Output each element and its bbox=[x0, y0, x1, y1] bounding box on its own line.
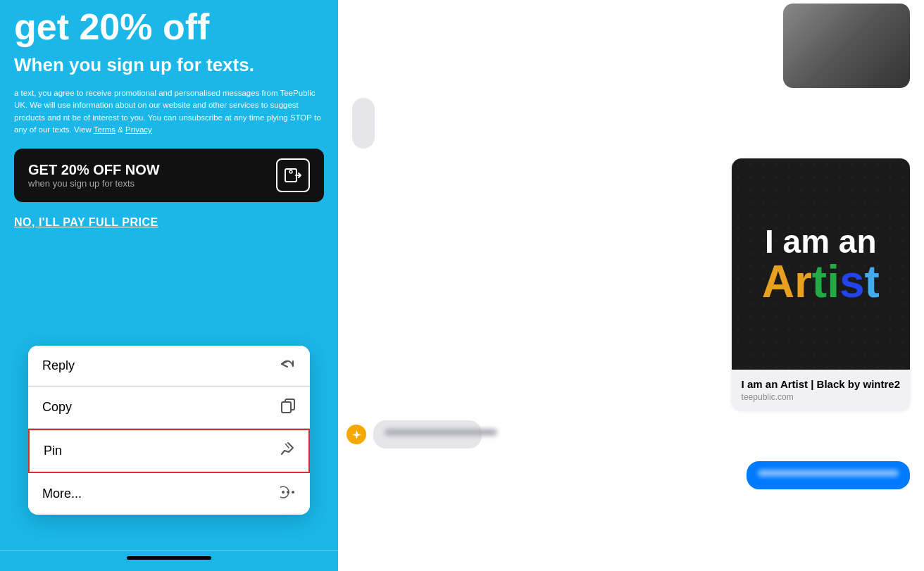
link-card[interactable]: I am an Artist I am an Artist | Black by… bbox=[732, 158, 910, 410]
home-indicator bbox=[127, 556, 211, 560]
pin-indicator bbox=[346, 425, 366, 444]
sent-bubble bbox=[747, 461, 910, 489]
blur-line bbox=[385, 429, 497, 436]
link-card-body: I am an Artist | Black by wintre2 teepub… bbox=[732, 370, 910, 410]
messages-wrapper: I am an Artist I am an Artist | Black by… bbox=[352, 88, 910, 489]
more-icon bbox=[280, 484, 296, 503]
received-bubble-1 bbox=[352, 98, 375, 149]
link-card-url: teepublic.com bbox=[742, 392, 900, 402]
cta-button-text-group: GET 20% OFF NOW when you sign up for tex… bbox=[28, 162, 160, 189]
art-letter-t2: t bbox=[865, 256, 880, 307]
cta-sub-text: when you sign up for texts bbox=[28, 178, 160, 189]
svg-point-1 bbox=[289, 170, 292, 173]
copy-icon bbox=[280, 398, 296, 417]
received-bubble-wrapper bbox=[373, 420, 508, 451]
context-menu-more[interactable]: More... bbox=[28, 473, 310, 515]
link-card-art: I am an Artist bbox=[748, 210, 894, 319]
cta-icon bbox=[276, 158, 310, 192]
photo-thumbnail bbox=[783, 4, 910, 88]
pin-icon bbox=[279, 441, 294, 460]
context-menu: Reply Copy Pin bbox=[28, 346, 310, 515]
copy-label: Copy bbox=[42, 400, 72, 415]
promo-body: a text, you agree to receive promotional… bbox=[14, 87, 324, 136]
art-letter-i: i bbox=[827, 256, 839, 307]
context-menu-copy[interactable]: Copy bbox=[28, 387, 310, 429]
svg-point-4 bbox=[282, 491, 285, 494]
blur-line-blue bbox=[758, 470, 899, 477]
cta-main-text: GET 20% OFF NOW bbox=[28, 162, 160, 178]
right-panel: I am an Artist I am an Artist | Black by… bbox=[338, 0, 924, 571]
art-line1: I am an bbox=[762, 224, 880, 260]
pin-label: Pin bbox=[44, 444, 62, 458]
reply-icon bbox=[280, 357, 296, 375]
promo-subtitle: When you sign up for texts. bbox=[14, 54, 324, 76]
received-bubble-2 bbox=[373, 420, 482, 448]
link-card-image: I am an Artist bbox=[732, 158, 910, 370]
reply-label: Reply bbox=[42, 358, 75, 373]
left-panel: get 20% off When you sign up for texts. … bbox=[0, 0, 338, 571]
art-letter-t: t bbox=[812, 256, 827, 307]
svg-rect-3 bbox=[282, 402, 291, 413]
art-line2: Artist bbox=[762, 259, 880, 304]
art-letter-s: s bbox=[839, 256, 865, 307]
bottom-bar bbox=[0, 550, 338, 571]
context-menu-reply[interactable]: Reply bbox=[28, 346, 310, 387]
promo-content: get 20% off When you sign up for texts. … bbox=[0, 0, 338, 229]
svg-point-6 bbox=[292, 491, 294, 494]
promo-title: get 20% off bbox=[14, 7, 324, 47]
cta-button[interactable]: GET 20% OFF NOW when you sign up for tex… bbox=[14, 149, 324, 202]
link-card-title: I am an Artist | Black by wintre2 bbox=[742, 378, 900, 390]
art-letter-A: A bbox=[762, 256, 794, 307]
art-letter-r: r bbox=[794, 256, 812, 307]
more-label: More... bbox=[42, 487, 82, 501]
no-thanks-link[interactable]: NO, I'LL PAY FULL PRICE bbox=[14, 216, 324, 229]
context-menu-pin[interactable]: Pin bbox=[28, 429, 310, 473]
